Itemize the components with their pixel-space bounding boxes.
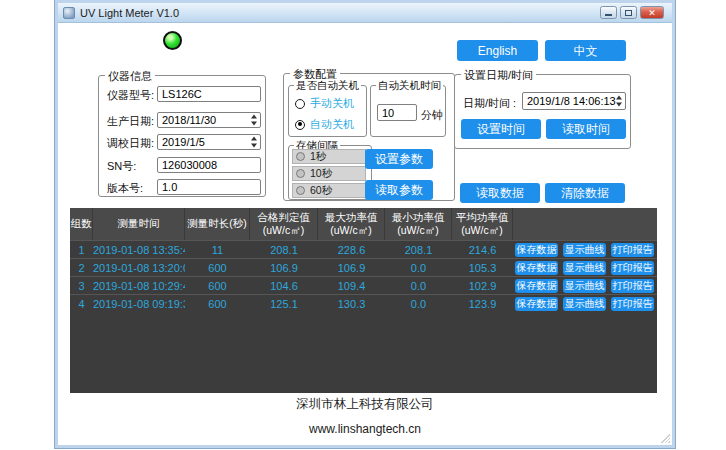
table-cell: 600: [185, 298, 250, 310]
off-time-group: 自动关机时间 10 分钟: [370, 85, 446, 137]
app-icon: [63, 7, 75, 19]
table-header-cell: 合格判定值(uW/c㎡): [250, 208, 318, 240]
table-cell: 11: [185, 244, 250, 256]
table-cell: 600: [185, 280, 250, 292]
table-cell: 2019-01-08 13:20:04: [93, 262, 185, 274]
table-row[interactable]: 22019-01-08 13:20:04600106.9106.90.0105.…: [70, 258, 657, 276]
read-params-button[interactable]: 读取参数: [365, 180, 433, 200]
clear-data-button[interactable]: 清除数据: [545, 183, 625, 203]
spinner-down-icon[interactable]: [251, 144, 257, 148]
table-cell: 208.1: [250, 244, 318, 256]
interval-1s-radio[interactable]: 1秒: [292, 149, 366, 164]
table-cell: 106.9: [250, 262, 318, 274]
maximize-button[interactable]: [620, 6, 637, 19]
table-cell: 2019-01-08 10:29:40: [93, 280, 185, 292]
auto-off-title: 是否自动关机: [294, 79, 361, 93]
table-cell: 0.0: [385, 280, 452, 292]
set-params-button[interactable]: 设置参数: [365, 149, 433, 169]
spinner-up-icon[interactable]: [251, 137, 257, 141]
close-button[interactable]: ✕: [640, 6, 664, 19]
radio-checked-icon: [295, 120, 305, 130]
spinner-up-icon[interactable]: [251, 115, 257, 119]
table-cell: 109.4: [318, 280, 385, 292]
spinner-up-icon[interactable]: [616, 96, 622, 100]
table-row[interactable]: 42019-01-08 09:19:35600125.1130.30.0123.…: [70, 294, 657, 312]
close-icon: ✕: [648, 8, 656, 18]
interval-10s-radio[interactable]: 10秒: [292, 166, 366, 181]
app-window: UV Light Meter V1.0 ✕ English 中文 仪器信息 仪器…: [55, 0, 675, 448]
off-time-field[interactable]: 10: [377, 104, 417, 121]
table-cell: 125.1: [250, 298, 318, 310]
read-data-button[interactable]: 读取数据: [460, 183, 540, 203]
param-config-group: 参数配置 是否自动关机 手动关机 自动关机 自动关机时间 10 分钟: [283, 73, 455, 201]
model-field[interactable]: LS126C: [157, 86, 261, 102]
table-header-cell: 测量时间: [93, 208, 185, 240]
set-time-button[interactable]: 设置时间: [461, 119, 541, 139]
table-cell: 4: [70, 298, 93, 310]
table-header-cell: 测量时长(秒): [185, 208, 250, 240]
calibration-date-label: 调校日期:: [107, 136, 154, 151]
spinner-down-icon[interactable]: [251, 122, 257, 126]
maximize-icon: [625, 10, 632, 16]
datetime-group: 设置日期/时间 日期/时间 : 2019/1/8 14:06:13 设置时间 读…: [454, 74, 631, 149]
table-cell: 2019-01-08 13:35:47: [93, 244, 185, 256]
radio-disabled-icon: [296, 186, 305, 195]
sn-field[interactable]: 126030008: [157, 157, 261, 173]
version-label: 版本号:: [107, 181, 143, 196]
table-cell: 102.9: [452, 280, 513, 292]
production-date-label: 生产日期:: [107, 114, 154, 129]
device-info-title: 仪器信息: [105, 69, 155, 84]
table-cell: 106.9: [318, 262, 385, 274]
save-data-button[interactable]: 保存数据: [515, 297, 558, 311]
auto-off-radio[interactable]: 自动关机: [295, 117, 354, 132]
calibration-date-field[interactable]: 2019/1/5: [157, 134, 261, 150]
table-header-cell: 最大功率值(uW/c㎡): [318, 208, 385, 240]
table-cell: 130.3: [318, 298, 385, 310]
table-cell: 104.6: [250, 280, 318, 292]
show-curve-button[interactable]: 显示曲线: [563, 279, 606, 293]
english-button[interactable]: English: [457, 40, 538, 61]
print-report-button[interactable]: 打印报告: [611, 243, 654, 257]
table-cell: 1: [70, 244, 93, 256]
print-report-button[interactable]: 打印报告: [611, 279, 654, 293]
off-time-unit: 分钟: [421, 108, 443, 123]
production-date-field[interactable]: 2018/11/30: [157, 112, 261, 128]
auto-off-group: 是否自动关机 手动关机 自动关机: [288, 85, 367, 137]
interval-60s-radio[interactable]: 60秒: [292, 183, 366, 198]
print-report-button[interactable]: 打印报告: [611, 297, 654, 311]
show-curve-button[interactable]: 显示曲线: [563, 297, 606, 311]
show-curve-button[interactable]: 显示曲线: [563, 261, 606, 275]
table-cell: 0.0: [385, 298, 452, 310]
version-field[interactable]: 1.0: [157, 179, 261, 195]
table-header-cell: 最小功率值(uW/c㎡): [385, 208, 452, 240]
table-cell: 228.6: [318, 244, 385, 256]
table-cell: 2: [70, 262, 93, 274]
table-row[interactable]: 32019-01-08 10:29:40600104.6109.40.0102.…: [70, 276, 657, 294]
chinese-button[interactable]: 中文: [545, 40, 626, 61]
table-cell: 208.1: [385, 244, 452, 256]
radio-unchecked-icon: [295, 99, 305, 109]
interval-group: 存储间隔 1秒 10秒 60秒: [288, 145, 372, 200]
datetime-label: 日期/时间 :: [463, 96, 516, 111]
titlebar[interactable]: UV Light Meter V1.0 ✕: [58, 3, 672, 23]
radio-disabled-icon: [296, 152, 305, 161]
save-data-button[interactable]: 保存数据: [515, 243, 558, 257]
show-curve-button[interactable]: 显示曲线: [563, 243, 606, 257]
resize-grip-icon[interactable]: [660, 433, 670, 443]
table-body: 12019-01-08 13:35:4711208.1228.6208.1214…: [70, 240, 657, 312]
read-time-button[interactable]: 读取时间: [546, 119, 626, 139]
table-cell: 2019-01-08 09:19:35: [93, 298, 185, 310]
minimize-button[interactable]: [600, 6, 617, 19]
table-row[interactable]: 12019-01-08 13:35:4711208.1228.6208.1214…: [70, 240, 657, 258]
model-label: 仪器型号:: [107, 88, 154, 103]
spinner-down-icon[interactable]: [616, 103, 622, 107]
print-report-button[interactable]: 打印报告: [611, 261, 654, 275]
datetime-field[interactable]: 2019/1/8 14:06:13: [522, 92, 626, 110]
sn-label: SN号:: [107, 159, 136, 174]
device-info-group: 仪器信息 仪器型号: LS126C 生产日期: 2018/11/30 调校日期:…: [98, 75, 266, 197]
minimize-icon: [605, 14, 612, 16]
save-data-button[interactable]: 保存数据: [515, 261, 558, 275]
table-cell: 3: [70, 280, 93, 292]
manual-off-radio[interactable]: 手动关机: [295, 96, 354, 111]
save-data-button[interactable]: 保存数据: [515, 279, 558, 293]
